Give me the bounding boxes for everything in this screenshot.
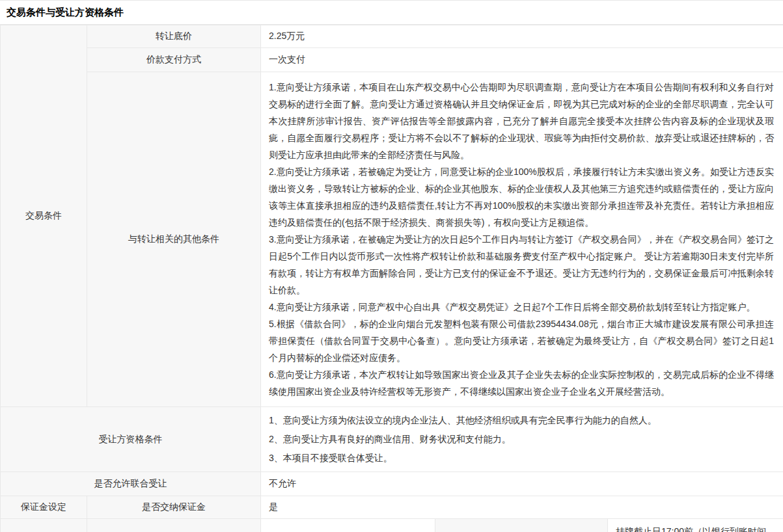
other-conditions-label: 与转让相关的其他条件 <box>87 72 261 407</box>
other-conditions-paragraph-6: 6.意向受让方须承诺，本次产权转让如导致国家出资企业及其子企业失去标的企业实际控… <box>269 366 774 400</box>
table-row-floor-price: 交易条件 转让底价 2.25万元 <box>1 25 783 48</box>
table-row-qualification: 受让方资格条件 1、意向受让方须为依法设立的境内企业法人、其他经济组织或具有完全… <box>1 407 783 472</box>
other-conditions-paragraph-2: 2.意向受让方须承诺，若被确定为受让方，同意受让标的企业100%股权后，承接履行… <box>269 163 774 231</box>
payment-method-label: 价款支付方式 <box>87 48 261 72</box>
deposit-deadline-value: 挂牌截止日17:00前（以银行到账时间为准） <box>608 519 783 532</box>
deposit-required-value: 是 <box>261 496 783 519</box>
trade-conditions-group-label: 交易条件 <box>1 25 87 407</box>
table-row-deposit-detail: 保证金详情 交纳金额（万元） 0.6 保证金交纳截止时间要求 挂牌截止日17:0… <box>1 519 783 532</box>
table-row-other-conditions: 与转让相关的其他条件 1.意向受让方须承诺，本项目在山东产权交易中心公告期即为尽… <box>1 72 783 407</box>
joint-transfer-label: 是否允许联合受让 <box>1 472 261 496</box>
qualification-item-1: 1、意向受让方须为依法设立的境内企业法人、其他经济组织或具有完全民事行为能力的自… <box>269 411 775 430</box>
transaction-conditions-section: 交易条件与受让方资格条件 交易条件 转让底价 2.25万元 价款支付方式 一次支… <box>0 0 783 532</box>
deposit-required-label: 是否交纳保证金 <box>87 496 261 519</box>
qualification-label: 受让方资格条件 <box>1 407 261 472</box>
table-row-deposit-setting: 保证金设定 是否交纳保证金 是 <box>1 496 783 519</box>
deposit-amount-label: 交纳金额（万元） <box>87 519 261 532</box>
table-row-payment-method: 价款支付方式 一次支付 <box>1 48 783 72</box>
other-conditions-paragraph-1: 1.意向受让方须承诺，本项目在山东产权交易中心公告期即为尽职调查期，意向受让方在… <box>269 79 774 163</box>
payment-method-value: 一次支付 <box>261 48 783 72</box>
deposit-setting-group-label: 保证金设定 <box>1 496 87 519</box>
floor-price-value: 2.25万元 <box>261 25 783 48</box>
qualification-value: 1、意向受让方须为依法设立的境内企业法人、其他经济组织或具有完全民事行为能力的自… <box>261 407 783 472</box>
deposit-deadline-label: 保证金交纳截止时间要求 <box>435 519 608 532</box>
qualification-item-2: 2、意向受让方具有良好的商业信用、财务状况和支付能力。 <box>269 430 775 449</box>
other-conditions-paragraph-3: 3.意向受让方须承诺，在被确定为受让方的次日起5个工作日内与转让方签订《产权交易… <box>269 231 774 299</box>
other-conditions-value: 1.意向受让方须承诺，本项目在山东产权交易中心公告期即为尽职调查期，意向受让方在… <box>261 72 783 407</box>
deposit-amount-value: 0.6 <box>261 519 435 532</box>
qualification-item-3: 3、本项目不接受联合体受让。 <box>269 449 775 468</box>
deposit-detail-group-label: 保证金详情 <box>1 519 87 532</box>
section-title: 交易条件与受让方资格条件 <box>7 7 124 19</box>
conditions-table: 交易条件 转让底价 2.25万元 价款支付方式 一次支付 与转让相关的其他条件 … <box>0 25 783 532</box>
other-conditions-paragraph-5: 5.根据《借款合同》，标的企业向烟台元发塑料包装有限公司借款23954434.0… <box>269 315 774 366</box>
floor-price-label: 转让底价 <box>87 25 261 48</box>
joint-transfer-value: 不允许 <box>261 472 783 496</box>
section-header: 交易条件与受让方资格条件 <box>0 1 783 25</box>
other-conditions-paragraph-4: 4.意向受让方须承诺，同意产权中心自出具《产权交易凭证》之日起7个工作日后将全部… <box>269 299 774 315</box>
table-row-joint-transfer: 是否允许联合受让 不允许 <box>1 472 783 496</box>
